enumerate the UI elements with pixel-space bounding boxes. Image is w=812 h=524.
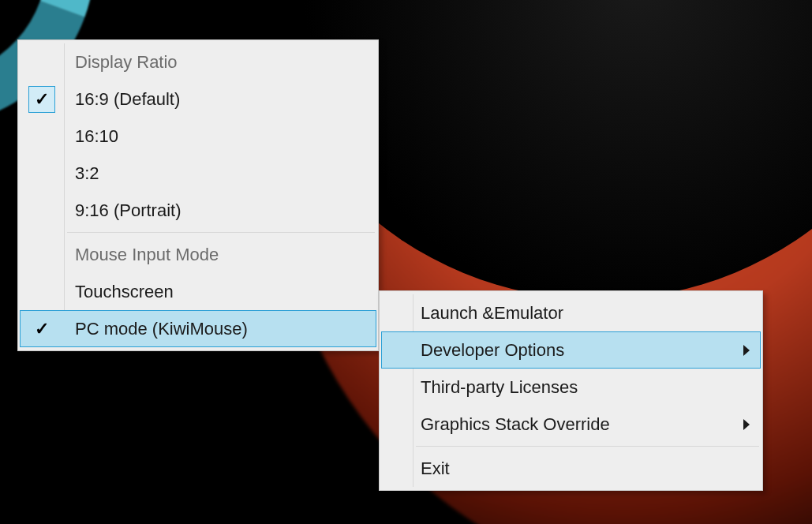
menu-item-ratio-16-10[interactable]: 16:10 — [20, 118, 376, 155]
menu-item-third-party-licenses[interactable]: Third-party Licenses — [381, 369, 761, 406]
menu-item-graphics-stack-override[interactable]: Graphics Stack Override — [381, 406, 761, 443]
menu-item-label: 9:16 (Portrait) — [64, 200, 365, 221]
developer-options-submenu: Display Ratio ✓ 16:9 (Default) 16:10 3:2… — [17, 39, 379, 351]
menu-item-ratio-9-16[interactable]: 9:16 (Portrait) — [20, 192, 376, 229]
menu-item-ratio-3-2[interactable]: 3:2 — [20, 155, 376, 192]
menu-item-label: PC mode (KiwiMouse) — [64, 319, 365, 339]
check-icon: ✓ — [35, 320, 49, 338]
section-header-label: Display Ratio — [64, 52, 365, 73]
menu-item-label: Launch &Emulator — [413, 303, 732, 324]
submenu-arrow-icon — [743, 419, 750, 430]
menu-item-pc-mode[interactable]: ✓ PC mode (KiwiMouse) — [20, 310, 376, 347]
menu-section-mouse-input: Mouse Input Mode — [20, 236, 376, 273]
menu-item-label: Third-party Licenses — [413, 377, 732, 398]
menu-separator — [67, 232, 375, 233]
checked-indicator: ✓ — [28, 86, 55, 113]
main-context-menu: Launch &Emulator Developer Options Third… — [379, 290, 763, 491]
menu-item-label: 16:10 — [64, 126, 365, 147]
section-header-label: Mouse Input Mode — [64, 245, 365, 265]
menu-item-label: Touchscreen — [64, 282, 365, 302]
menu-item-developer-options[interactable]: Developer Options — [381, 331, 761, 369]
check-icon: ✓ — [35, 91, 49, 108]
submenu-arrow-icon — [743, 345, 750, 356]
menu-item-label: Exit — [413, 458, 732, 479]
menu-separator — [416, 446, 759, 447]
menu-item-exit[interactable]: Exit — [381, 450, 761, 487]
menu-item-touchscreen[interactable]: Touchscreen — [20, 273, 376, 310]
menu-item-launch-emulator[interactable]: Launch &Emulator — [381, 294, 761, 331]
menu-item-label: 16:9 (Default) — [64, 89, 365, 110]
menu-item-label: Developer Options — [413, 340, 732, 361]
menu-section-display-ratio: Display Ratio — [20, 43, 376, 80]
menu-item-ratio-16-9[interactable]: ✓ 16:9 (Default) — [20, 80, 376, 118]
menu-item-label: Graphics Stack Override — [413, 414, 732, 435]
menu-item-label: 3:2 — [64, 163, 365, 184]
